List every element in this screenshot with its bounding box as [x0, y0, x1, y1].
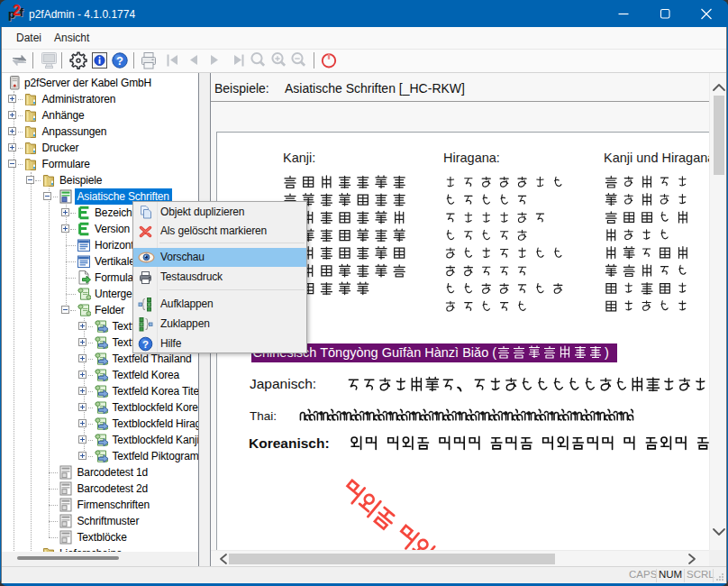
svg-text:f: f: [20, 5, 24, 19]
svg-text:?: ?: [142, 338, 149, 349]
svg-text:?: ?: [116, 54, 123, 68]
